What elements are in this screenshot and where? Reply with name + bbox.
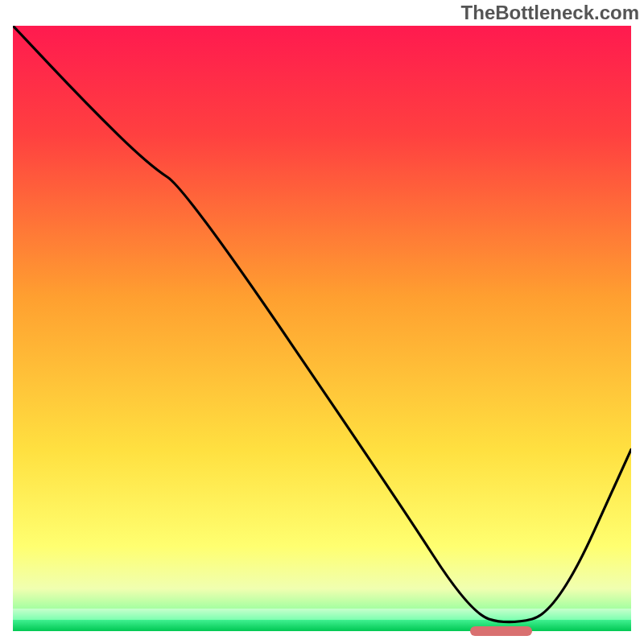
- optimal-marker: [470, 626, 532, 636]
- bottleneck-curve: [13, 26, 631, 631]
- bottleneck-chart: TheBottleneck.com: [0, 0, 644, 644]
- watermark: TheBottleneck.com: [461, 2, 639, 24]
- plot-area: [13, 26, 631, 631]
